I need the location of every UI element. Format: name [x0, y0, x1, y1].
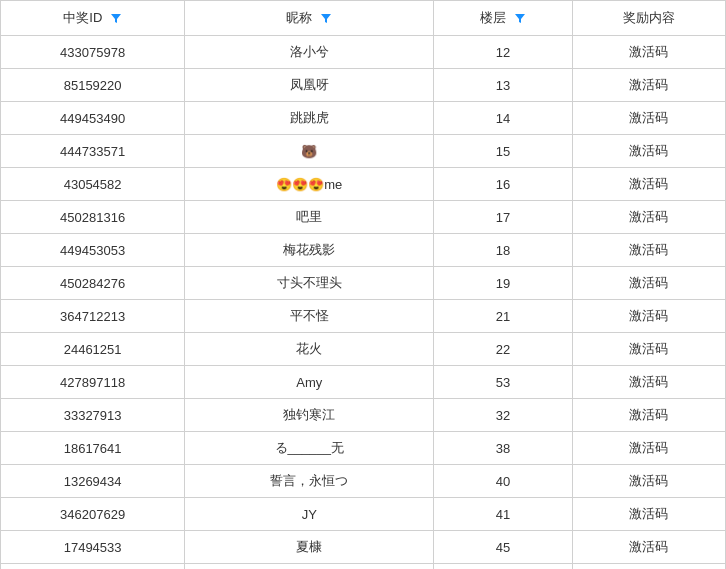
cell-nickname: 吧里	[185, 201, 434, 234]
cell-reward: 激活码	[572, 333, 725, 366]
cell-id: 85159220	[1, 69, 185, 102]
table-row: 450281316吧里17激活码	[1, 201, 726, 234]
table-row: 13269434誓言，永恒つ40激活码	[1, 465, 726, 498]
table-row: 364712213平不怪21激活码	[1, 300, 726, 333]
filter-id-icon[interactable]	[110, 12, 122, 26]
cell-reward: 激活码	[572, 531, 725, 564]
table-row: 346207629JY41激活码	[1, 498, 726, 531]
cell-reward: 激活码	[572, 69, 725, 102]
table-row: 433075978洛小兮12激活码	[1, 36, 726, 69]
winners-table: 中奖ID 昵称 楼层	[0, 0, 726, 569]
table-row: 123178063龍47激活码	[1, 564, 726, 570]
cell-floor: 47	[434, 564, 572, 570]
cell-nickname: 洛小兮	[185, 36, 434, 69]
table-row: 450284276寸头不理头19激活码	[1, 267, 726, 300]
header-id: 中奖ID	[1, 1, 185, 36]
cell-reward: 激活码	[572, 465, 725, 498]
cell-nickname: 平不怪	[185, 300, 434, 333]
cell-reward: 激活码	[572, 135, 725, 168]
cell-reward: 激活码	[572, 267, 725, 300]
cell-reward: 激活码	[572, 168, 725, 201]
cell-nickname: 誓言，永恒つ	[185, 465, 434, 498]
filter-nickname-icon[interactable]	[320, 12, 332, 26]
header-reward: 奖励内容	[572, 1, 725, 36]
cell-floor: 19	[434, 267, 572, 300]
cell-id: 449453490	[1, 102, 185, 135]
cell-floor: 14	[434, 102, 572, 135]
table-header-row: 中奖ID 昵称 楼层	[1, 1, 726, 36]
cell-id: 433075978	[1, 36, 185, 69]
cell-id: 18617641	[1, 432, 185, 465]
table-row: 17494533夏槺45激活码	[1, 531, 726, 564]
cell-nickname: 梅花残影	[185, 234, 434, 267]
cell-nickname: 龍	[185, 564, 434, 570]
cell-nickname: 花火	[185, 333, 434, 366]
cell-reward: 激活码	[572, 201, 725, 234]
cell-id: 24461251	[1, 333, 185, 366]
cell-nickname: 😍😍😍me	[185, 168, 434, 201]
cell-nickname: JY	[185, 498, 434, 531]
cell-nickname: 🐻	[185, 135, 434, 168]
cell-reward: 激活码	[572, 36, 725, 69]
cell-reward: 激活码	[572, 564, 725, 570]
cell-nickname: 跳跳虎	[185, 102, 434, 135]
cell-reward: 激活码	[572, 234, 725, 267]
cell-floor: 17	[434, 201, 572, 234]
cell-nickname: る______无	[185, 432, 434, 465]
cell-id: 43054582	[1, 168, 185, 201]
cell-reward: 激活码	[572, 432, 725, 465]
cell-id: 17494533	[1, 531, 185, 564]
cell-id: 346207629	[1, 498, 185, 531]
cell-id: 33327913	[1, 399, 185, 432]
header-floor: 楼层	[434, 1, 572, 36]
cell-id: 450281316	[1, 201, 185, 234]
cell-floor: 15	[434, 135, 572, 168]
cell-reward: 激活码	[572, 399, 725, 432]
cell-floor: 12	[434, 36, 572, 69]
cell-id: 449453053	[1, 234, 185, 267]
table-row: 427897118Amy53激活码	[1, 366, 726, 399]
filter-floor-icon[interactable]	[514, 12, 526, 26]
cell-nickname: 独钓寒江	[185, 399, 434, 432]
cell-nickname: Amy	[185, 366, 434, 399]
cell-id: 427897118	[1, 366, 185, 399]
table-row: 24461251花火22激活码	[1, 333, 726, 366]
cell-floor: 38	[434, 432, 572, 465]
cell-floor: 53	[434, 366, 572, 399]
cell-floor: 13	[434, 69, 572, 102]
cell-id: 123178063	[1, 564, 185, 570]
table-row: 33327913独钓寒江32激活码	[1, 399, 726, 432]
header-nickname: 昵称	[185, 1, 434, 36]
cell-reward: 激活码	[572, 498, 725, 531]
cell-id: 364712213	[1, 300, 185, 333]
table-row: 449453053梅花残影18激活码	[1, 234, 726, 267]
cell-id: 444733571	[1, 135, 185, 168]
table-row: 85159220凤凰呀13激活码	[1, 69, 726, 102]
cell-id: 450284276	[1, 267, 185, 300]
cell-floor: 40	[434, 465, 572, 498]
cell-nickname: 寸头不理头	[185, 267, 434, 300]
cell-id: 13269434	[1, 465, 185, 498]
table-row: 449453490跳跳虎14激活码	[1, 102, 726, 135]
cell-floor: 18	[434, 234, 572, 267]
cell-floor: 41	[434, 498, 572, 531]
cell-nickname: 凤凰呀	[185, 69, 434, 102]
cell-floor: 32	[434, 399, 572, 432]
table-row: 18617641る______无38激活码	[1, 432, 726, 465]
table-row: 43054582😍😍😍me16激活码	[1, 168, 726, 201]
table-row: 444733571🐻15激活码	[1, 135, 726, 168]
cell-floor: 22	[434, 333, 572, 366]
cell-nickname: 夏槺	[185, 531, 434, 564]
cell-floor: 45	[434, 531, 572, 564]
cell-floor: 21	[434, 300, 572, 333]
cell-reward: 激活码	[572, 102, 725, 135]
cell-floor: 16	[434, 168, 572, 201]
cell-reward: 激活码	[572, 300, 725, 333]
cell-reward: 激活码	[572, 366, 725, 399]
